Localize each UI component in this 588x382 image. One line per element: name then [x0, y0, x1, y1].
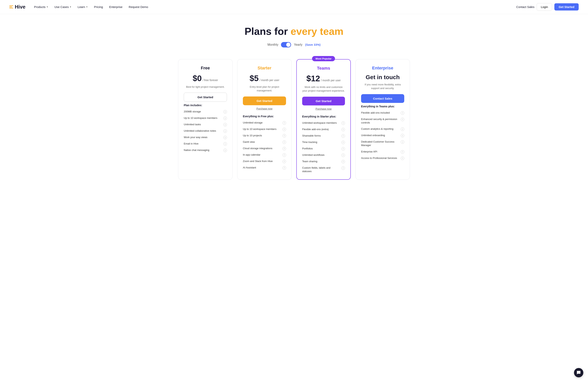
billing-yearly-label: Yearly [294, 43, 302, 46]
nav-right: Contact Sales Login Get Started [516, 3, 579, 11]
feature-item: Custom fields, labels and statuses i [302, 166, 345, 173]
login-button[interactable]: Login [537, 3, 552, 11]
nav-item-use-cases[interactable]: Use Cases▼ [52, 4, 74, 10]
section-label-teams: Everything in Starter plus: [302, 115, 345, 118]
info-icon: i [223, 149, 227, 152]
plan-desc-teams: Work with no limits and customize your p… [302, 85, 345, 93]
feature-item: In-app calendar i [243, 153, 286, 157]
info-icon: i [341, 160, 345, 163]
chevron-down-icon: ▼ [86, 6, 88, 8]
plan-price-free: $0 / free forever [184, 74, 227, 83]
logo[interactable]: Hive [9, 4, 25, 10]
get-started-nav-button[interactable]: Get Started [554, 3, 579, 11]
plan-card-starter: Starter $5 / month per user Entry-level … [237, 59, 292, 180]
nav-item-request-demo[interactable]: Request Demo [126, 4, 150, 10]
info-icon: i [223, 117, 227, 120]
plan-card-free: Free $0 / free forever Best for light pr… [178, 59, 232, 180]
purchase-link-starter[interactable]: Purchase now [243, 107, 286, 110]
info-icon: i [283, 160, 286, 163]
feature-text: In-app calendar [243, 153, 281, 157]
purchase-link-teams[interactable]: Purchase now [302, 107, 345, 110]
feature-text: AI Assistant [243, 166, 281, 170]
feature-item: Up to 10 workspace members i [184, 116, 227, 120]
feature-item: Zoom and Slack from Hive i [243, 159, 286, 163]
feature-item: Cloud storage integrations i [243, 147, 286, 150]
feature-text: Work your way views [184, 136, 222, 139]
contact-sales-link[interactable]: Contact Sales [516, 5, 534, 9]
feature-item: Unlimited onboarding i [361, 134, 404, 137]
info-icon: i [283, 134, 286, 138]
billing-monthly-label: Monthly [267, 43, 278, 46]
feature-item: Native chat messaging i [184, 149, 227, 152]
nav-item-products[interactable]: Products▼ [32, 4, 51, 10]
plan-price-teams: $12 / month per user [302, 74, 345, 83]
plan-cta-teams[interactable]: Get Started [302, 97, 345, 106]
info-icon: i [401, 134, 404, 137]
nav-item-enterprise[interactable]: Enterprise [107, 4, 125, 10]
feature-item: Flexible add-ons included i [361, 111, 404, 115]
feature-text: Custom analytics & reporting [361, 127, 399, 131]
logo-icon [9, 5, 13, 8]
feature-text: Access to Professional Services [361, 156, 399, 160]
feature-item: Unlimited tasks i [184, 123, 227, 127]
feature-text: Unlimited workflows [302, 153, 340, 157]
info-icon: i [223, 129, 227, 133]
section-label-enterprise: Everything in Teams plus: [361, 105, 404, 108]
feature-item: 200MB storage i [184, 110, 227, 114]
logo-text: Hive [15, 4, 25, 10]
nav-item-pricing[interactable]: Pricing [92, 4, 105, 10]
feature-text: 200MB storage [184, 110, 222, 113]
nav-label: Request Demo [129, 5, 148, 9]
feature-text: Email in Hive [184, 142, 222, 146]
feature-text: Up to 10 workspace members [184, 116, 222, 120]
nav-label: Learn [78, 5, 85, 9]
billing-toggle[interactable] [281, 42, 291, 47]
info-icon: i [341, 153, 345, 157]
feature-text: Time tracking [302, 140, 340, 144]
feature-item: Dedicated Customer Success Manager i [361, 140, 404, 147]
feature-text: Dedicated Customer Success Manager [361, 140, 399, 147]
feature-item: Enhanced security & permission controls … [361, 117, 404, 125]
hero-title: Plans for every team [4, 26, 584, 37]
info-icon: i [223, 123, 227, 127]
feature-item: Up to 10 workspace members i [243, 127, 286, 131]
plan-card-teams: Most PopularTeams $12 / month per user W… [296, 59, 351, 180]
plan-amount: $0 [193, 74, 202, 83]
feature-item: Unlimited collaborative notes i [184, 129, 227, 133]
plan-cta-starter[interactable]: Get Started [243, 96, 286, 105]
feature-list-free: 200MB storage i Up to 10 workspace membe… [184, 110, 227, 152]
chevron-down-icon: ▼ [46, 6, 48, 8]
nav-item-learn[interactable]: Learn▼ [75, 4, 90, 10]
info-icon: i [283, 166, 286, 170]
feature-item: Up to 10 projects i [243, 134, 286, 138]
feature-item: Enterprise API i [361, 150, 404, 154]
plan-period: / month per user [321, 79, 341, 82]
feature-text: Flexible add-ons included [361, 111, 399, 115]
feature-item: Unlimited workflows i [302, 153, 345, 157]
feature-text: Team sharing [302, 160, 340, 163]
feature-text: Shareable forms [302, 134, 340, 138]
hero-title-accent: every team [291, 26, 344, 37]
save-badge: (Save 33%) [305, 43, 320, 46]
hero-title-part1: Plans for [245, 26, 291, 37]
hero-section: Plans for every team Monthly Yearly (Sav… [0, 14, 588, 55]
plan-cta-free[interactable]: Get Started [184, 93, 227, 102]
info-icon: i [341, 121, 345, 125]
plan-amount: $12 [306, 74, 320, 83]
plan-desc-starter: Entry-level plan for project management. [243, 85, 286, 93]
feature-item: Flexible add-ons (extra) i [302, 127, 345, 131]
info-icon: i [223, 110, 227, 114]
feature-item: Access to Professional Services i [361, 156, 404, 160]
feature-text: Cloud storage integrations [243, 147, 281, 150]
nav-links: Products▼Use Cases▼Learn▼PricingEnterpri… [32, 4, 150, 10]
feature-text: Portfolios [302, 147, 340, 150]
plan-price-enterprise: Get in touch [361, 74, 404, 81]
plans-container: Free $0 / free forever Best for light pr… [0, 55, 588, 191]
info-icon: i [401, 140, 404, 144]
plan-cta-enterprise[interactable]: Contact Sales [361, 94, 404, 103]
feature-item: Unlimited storage i [243, 121, 286, 125]
info-icon: i [283, 153, 286, 157]
plan-name-teams: Teams [302, 66, 345, 71]
feature-text: Unlimited storage [243, 121, 281, 125]
feature-text: Flexible add-ons (extra) [302, 127, 340, 131]
